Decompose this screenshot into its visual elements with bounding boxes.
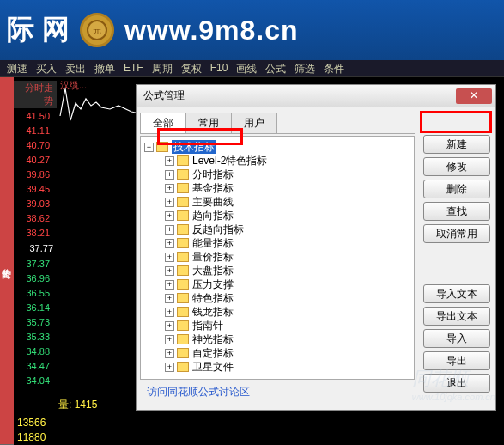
site-url: www.9m8.cn [124,15,299,46]
tree-item-label: 钱龙指标 [192,305,234,319]
price-line-icon [58,82,144,133]
tree-item[interactable]: +能量指标 [163,236,412,250]
exit-button[interactable]: 退出 [423,374,490,393]
tree-item[interactable]: +基金指标 [163,181,412,195]
menu-item[interactable]: 卖出 [65,62,86,75]
menu-item[interactable]: 买入 [36,62,57,75]
find-button[interactable]: 查找 [423,202,490,221]
tree-item[interactable]: +压力支撑 [163,277,412,291]
formula-tree[interactable]: − 技术指标 +Level-2特色指标+分时指标+基金指标+主要曲线+趋向指标+… [140,136,415,380]
tree-item[interactable]: +指南针 [163,319,412,332]
dialog-title: 公式管理 [143,88,185,103]
tree-item[interactable]: +量价指标 [163,250,412,264]
tree-item[interactable]: +钱龙指标 [163,305,412,319]
forum-link[interactable]: 访问同花顺公式讨论区 [140,380,415,405]
expand-icon[interactable]: + [165,253,174,262]
price-value: 35.33 [17,330,53,344]
tree-item-label: 神光指标 [192,332,234,346]
tree-item-label: 特色指标 [192,291,234,305]
expand-icon[interactable]: + [165,349,174,358]
price-value: 38.21 [17,226,53,241]
price-column: 分时走势 41.5041.1140.7040.2739.8639.4539.03… [14,77,57,445]
folder-icon [177,348,189,358]
menu-item[interactable]: 公式 [265,62,286,75]
menu-item[interactable]: 复权 [181,62,202,75]
expand-icon[interactable]: + [165,294,174,303]
dialog-titlebar: 公式管理 ✕ [137,85,495,107]
delete-button[interactable]: 删除 [423,180,490,198]
price-value: 41.50 [17,109,53,124]
tree-item[interactable]: +趋向指标 [163,209,412,222]
menu-item[interactable]: 条件 [324,62,344,75]
collapse-icon[interactable]: − [144,143,154,152]
price-header: 分时走势 [14,81,57,108]
menu-item[interactable]: ETF [124,62,143,75]
expand-icon[interactable]: + [165,308,174,317]
tree-root[interactable]: − 技术指标 [143,140,412,154]
expand-icon[interactable]: + [165,321,174,331]
expand-icon[interactable]: + [165,363,174,372]
tree-item-label: 基金指标 [192,181,234,195]
expand-icon[interactable]: + [165,198,174,207]
folder-icon [177,210,189,221]
tree-item-label: 主要曲线 [192,195,234,209]
tree-item[interactable]: +反趋向指标 [163,222,412,236]
tree-item-label: 指南针 [192,319,223,332]
expand-icon[interactable]: + [165,170,174,180]
import-text-button[interactable]: 导入文本 [423,284,490,303]
formula-manager-dialog: 公式管理 ✕ 全部常用用户 − 技术指标 +Level-2特色指标+分时指标+基… [136,84,496,411]
tree-item-label: 趋向指标 [192,209,234,222]
menu-item[interactable]: F10 [210,62,228,75]
price-value: 41.11 [17,124,53,138]
price-value: 39.86 [17,168,53,182]
tree-root-label[interactable]: 技术指标 [172,140,216,154]
folder-icon [156,142,168,152]
menu-item[interactable]: 撤单 [94,62,115,75]
tree-item-label: Level-2特色指标 [192,154,267,168]
folder-icon [177,183,189,193]
menu-item[interactable]: 周期 [152,62,173,75]
expand-icon[interactable]: + [165,239,174,248]
expand-icon[interactable]: + [165,184,174,193]
expand-icon[interactable]: + [165,280,174,290]
tree-item-label: 自定指标 [192,346,234,360]
export-text-button[interactable]: 导出文本 [423,307,490,326]
menu-item[interactable]: 测速 [7,62,27,75]
tree-item[interactable]: +自定指标 [163,346,412,360]
vertical-tab[interactable]: 分时走势 [0,77,14,445]
tree-item[interactable]: +特色指标 [163,291,412,305]
tree-item[interactable]: +卫星文件 [163,360,412,374]
tree-item[interactable]: +主要曲线 [163,195,412,209]
tree-item[interactable]: +分时指标 [163,168,412,181]
new-button[interactable]: 新建 [423,135,490,154]
price-value: 40.27 [17,153,53,168]
import-button[interactable]: 导入 [423,329,490,348]
menu-item[interactable]: 画线 [236,62,257,75]
expand-icon[interactable]: + [165,156,174,166]
modify-button[interactable]: 修改 [423,157,490,176]
tree-item[interactable]: +Level-2特色指标 [163,154,412,168]
dialog-tab[interactable]: 常用 [185,113,232,133]
expand-icon[interactable]: + [165,225,174,235]
expand-icon[interactable]: + [165,266,174,276]
site-header: 际 网 元 www.9m8.cn [0,0,504,60]
tree-item[interactable]: +神光指标 [163,332,412,346]
close-icon[interactable]: ✕ [456,88,492,104]
menu-item[interactable]: 筛选 [295,62,315,75]
tree-item-label: 量价指标 [192,250,234,264]
dialog-tab[interactable]: 全部 [140,113,186,133]
price-value: 40.70 [17,138,53,153]
price-value: 39.45 [17,182,53,197]
expand-icon[interactable]: + [165,335,174,344]
bottom-numbers: 1356611880 [17,416,46,445]
site-title: 际 网 [7,11,70,49]
unfavorite-button[interactable]: 取消常用 [423,224,490,243]
dialog-tab[interactable]: 用户 [231,113,277,133]
export-button[interactable]: 导出 [423,351,490,370]
tree-item-label: 能量指标 [192,236,234,250]
price-value: 37.37 [17,257,53,271]
price-value: 34.88 [17,344,53,359]
expand-icon[interactable]: + [165,211,174,221]
tree-item[interactable]: +大盘指标 [163,264,412,277]
dialog-tabs: 全部常用用户 [140,113,415,134]
